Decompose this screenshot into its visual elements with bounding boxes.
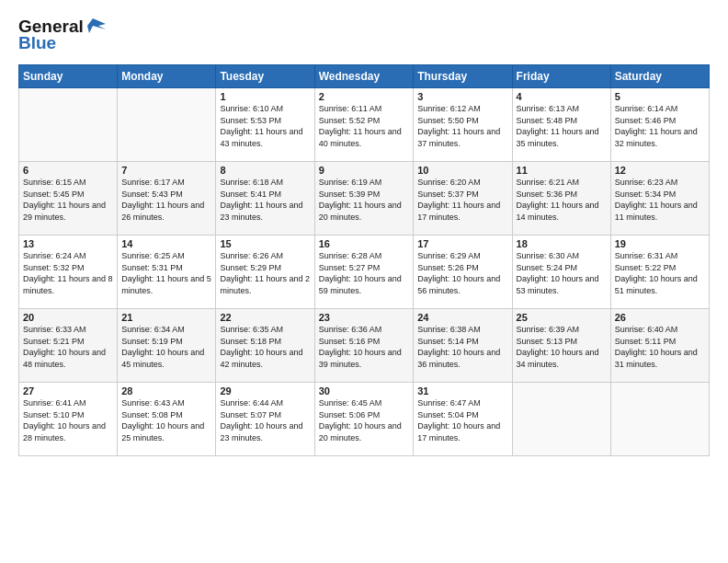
calendar-cell: [512, 383, 610, 456]
weekday-header-row: SundayMondayTuesdayWednesdayThursdayFrid…: [19, 65, 710, 88]
calendar-cell: 28Sunrise: 6:43 AM Sunset: 5:08 PM Dayli…: [118, 383, 216, 456]
calendar-cell: 10Sunrise: 6:20 AM Sunset: 5:37 PM Dayli…: [414, 162, 512, 236]
week-row-4: 20Sunrise: 6:33 AM Sunset: 5:21 PM Dayli…: [19, 309, 710, 383]
calendar-cell: 6Sunrise: 6:15 AM Sunset: 5:45 PM Daylig…: [19, 162, 118, 236]
day-number: 4: [517, 91, 607, 102]
calendar-cell: 27Sunrise: 6:41 AM Sunset: 5:10 PM Dayli…: [19, 383, 118, 456]
day-number: 13: [23, 238, 113, 249]
calendar-cell: 16Sunrise: 6:28 AM Sunset: 5:27 PM Dayli…: [314, 236, 414, 309]
day-number: 3: [417, 91, 507, 102]
day-number: 28: [121, 385, 211, 396]
day-number: 18: [517, 238, 607, 249]
day-number: 6: [23, 165, 113, 176]
day-info: Sunrise: 6:33 AM Sunset: 5:21 PM Dayligh…: [23, 324, 113, 370]
day-number: 2: [319, 91, 410, 102]
week-row-3: 13Sunrise: 6:24 AM Sunset: 5:32 PM Dayli…: [19, 236, 710, 309]
day-info: Sunrise: 6:40 AM Sunset: 5:11 PM Dayligh…: [615, 324, 705, 370]
calendar-cell: 9Sunrise: 6:19 AM Sunset: 5:39 PM Daylig…: [314, 162, 414, 236]
calendar-cell: 15Sunrise: 6:26 AM Sunset: 5:29 PM Dayli…: [216, 236, 314, 309]
logo-text-blue: Blue: [18, 33, 56, 53]
weekday-header-wednesday: Wednesday: [314, 65, 414, 88]
calendar-cell: 11Sunrise: 6:21 AM Sunset: 5:36 PM Dayli…: [512, 162, 610, 236]
day-number: 31: [417, 385, 507, 396]
day-number: 20: [23, 312, 113, 323]
calendar-cell: 7Sunrise: 6:17 AM Sunset: 5:43 PM Daylig…: [118, 162, 216, 236]
calendar-cell: 12Sunrise: 6:23 AM Sunset: 5:34 PM Dayli…: [610, 162, 709, 236]
day-number: 22: [220, 312, 310, 323]
day-info: Sunrise: 6:35 AM Sunset: 5:18 PM Dayligh…: [220, 324, 310, 370]
day-info: Sunrise: 6:28 AM Sunset: 5:27 PM Dayligh…: [319, 250, 410, 296]
day-number: 21: [121, 312, 211, 323]
weekday-header-sunday: Sunday: [19, 65, 118, 88]
week-row-5: 27Sunrise: 6:41 AM Sunset: 5:10 PM Dayli…: [19, 383, 710, 456]
calendar-cell: 1Sunrise: 6:10 AM Sunset: 5:53 PM Daylig…: [216, 88, 314, 162]
calendar-cell: 20Sunrise: 6:33 AM Sunset: 5:21 PM Dayli…: [19, 309, 118, 383]
day-info: Sunrise: 6:13 AM Sunset: 5:48 PM Dayligh…: [517, 103, 607, 149]
day-number: 30: [319, 385, 410, 396]
calendar-cell: 14Sunrise: 6:25 AM Sunset: 5:31 PM Dayli…: [118, 236, 216, 309]
logo-bird-icon: [85, 17, 106, 37]
day-number: 14: [121, 238, 211, 249]
day-info: Sunrise: 6:19 AM Sunset: 5:39 PM Dayligh…: [319, 177, 410, 223]
day-number: 7: [121, 165, 211, 176]
calendar-cell: 2Sunrise: 6:11 AM Sunset: 5:52 PM Daylig…: [314, 88, 414, 162]
day-info: Sunrise: 6:34 AM Sunset: 5:19 PM Dayligh…: [121, 324, 211, 370]
day-info: Sunrise: 6:12 AM Sunset: 5:50 PM Dayligh…: [417, 103, 507, 149]
day-info: Sunrise: 6:43 AM Sunset: 5:08 PM Dayligh…: [121, 397, 211, 443]
calendar-cell: 8Sunrise: 6:18 AM Sunset: 5:41 PM Daylig…: [216, 162, 314, 236]
weekday-header-friday: Friday: [512, 65, 610, 88]
day-info: Sunrise: 6:29 AM Sunset: 5:26 PM Dayligh…: [417, 250, 507, 296]
day-number: 26: [615, 312, 705, 323]
logo: General Blue: [18, 17, 106, 53]
day-number: 11: [517, 165, 607, 176]
week-row-1: 1Sunrise: 6:10 AM Sunset: 5:53 PM Daylig…: [19, 88, 710, 162]
day-number: 29: [220, 385, 310, 396]
day-info: Sunrise: 6:30 AM Sunset: 5:24 PM Dayligh…: [517, 250, 607, 296]
header: General Blue: [18, 17, 710, 53]
day-info: Sunrise: 6:26 AM Sunset: 5:29 PM Dayligh…: [220, 250, 310, 296]
calendar-cell: 25Sunrise: 6:39 AM Sunset: 5:13 PM Dayli…: [512, 309, 610, 383]
day-info: Sunrise: 6:47 AM Sunset: 5:04 PM Dayligh…: [417, 397, 507, 443]
week-row-2: 6Sunrise: 6:15 AM Sunset: 5:45 PM Daylig…: [19, 162, 710, 236]
weekday-header-saturday: Saturday: [610, 65, 709, 88]
calendar-cell: 29Sunrise: 6:44 AM Sunset: 5:07 PM Dayli…: [216, 383, 314, 456]
calendar-cell: 4Sunrise: 6:13 AM Sunset: 5:48 PM Daylig…: [512, 88, 610, 162]
day-number: 5: [615, 91, 705, 102]
day-number: 15: [220, 238, 310, 249]
day-info: Sunrise: 6:11 AM Sunset: 5:52 PM Dayligh…: [319, 103, 410, 149]
day-info: Sunrise: 6:23 AM Sunset: 5:34 PM Dayligh…: [615, 177, 705, 223]
day-info: Sunrise: 6:45 AM Sunset: 5:06 PM Dayligh…: [319, 397, 410, 443]
calendar: SundayMondayTuesdayWednesdayThursdayFrid…: [18, 64, 710, 456]
day-number: 8: [220, 165, 310, 176]
day-info: Sunrise: 6:10 AM Sunset: 5:53 PM Dayligh…: [220, 103, 310, 149]
calendar-cell: 26Sunrise: 6:40 AM Sunset: 5:11 PM Dayli…: [610, 309, 709, 383]
calendar-cell: 22Sunrise: 6:35 AM Sunset: 5:18 PM Dayli…: [216, 309, 314, 383]
day-number: 1: [220, 91, 310, 102]
day-number: 10: [417, 165, 507, 176]
day-info: Sunrise: 6:44 AM Sunset: 5:07 PM Dayligh…: [220, 397, 310, 443]
day-info: Sunrise: 6:41 AM Sunset: 5:10 PM Dayligh…: [23, 397, 113, 443]
weekday-header-thursday: Thursday: [414, 65, 512, 88]
calendar-cell: [610, 383, 709, 456]
calendar-cell: 30Sunrise: 6:45 AM Sunset: 5:06 PM Dayli…: [314, 383, 414, 456]
day-number: 16: [319, 238, 410, 249]
day-number: 27: [23, 385, 113, 396]
day-info: Sunrise: 6:18 AM Sunset: 5:41 PM Dayligh…: [220, 177, 310, 223]
calendar-cell: 31Sunrise: 6:47 AM Sunset: 5:04 PM Dayli…: [414, 383, 512, 456]
day-info: Sunrise: 6:21 AM Sunset: 5:36 PM Dayligh…: [517, 177, 607, 223]
day-number: 25: [517, 312, 607, 323]
calendar-cell: [118, 88, 216, 162]
calendar-cell: 17Sunrise: 6:29 AM Sunset: 5:26 PM Dayli…: [414, 236, 512, 309]
calendar-cell: [19, 88, 118, 162]
day-info: Sunrise: 6:14 AM Sunset: 5:46 PM Dayligh…: [615, 103, 705, 149]
calendar-cell: 19Sunrise: 6:31 AM Sunset: 5:22 PM Dayli…: [610, 236, 709, 309]
day-info: Sunrise: 6:38 AM Sunset: 5:14 PM Dayligh…: [417, 324, 507, 370]
day-info: Sunrise: 6:36 AM Sunset: 5:16 PM Dayligh…: [319, 324, 410, 370]
day-info: Sunrise: 6:24 AM Sunset: 5:32 PM Dayligh…: [23, 250, 113, 296]
weekday-header-monday: Monday: [118, 65, 216, 88]
day-number: 23: [319, 312, 410, 323]
calendar-cell: 21Sunrise: 6:34 AM Sunset: 5:19 PM Dayli…: [118, 309, 216, 383]
calendar-cell: 24Sunrise: 6:38 AM Sunset: 5:14 PM Dayli…: [414, 309, 512, 383]
weekday-header-tuesday: Tuesday: [216, 65, 314, 88]
day-info: Sunrise: 6:20 AM Sunset: 5:37 PM Dayligh…: [417, 177, 507, 223]
